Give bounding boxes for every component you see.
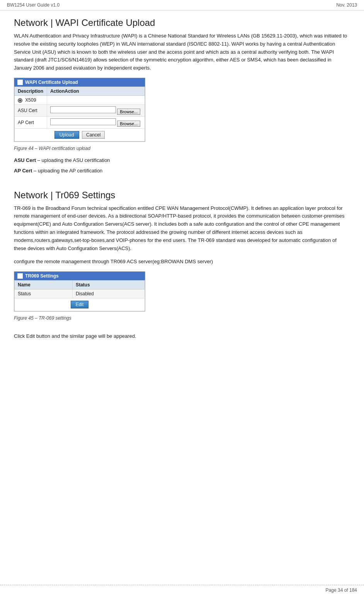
spacer2 <box>14 184 350 190</box>
header-left: BW1254 User Guide v1.0 <box>7 2 60 8</box>
wapi-asu-action: Browse... <box>47 104 145 116</box>
cancel-button[interactable]: Cancel <box>82 131 105 139</box>
wapi-col1-header: Description <box>15 87 47 95</box>
tr069-status-label: Status <box>15 289 73 298</box>
wapi-certificate-panel: WAPI Certificate Upload Description Acti… <box>14 78 145 142</box>
header-right: Nov. 2013 <box>336 2 357 8</box>
wapi-table: Description ActionAction X509 ASU Cert <box>14 87 145 141</box>
wapi-row-ap-cert: AP Cert Browse... <box>15 116 145 128</box>
header-bar: BW1254 User Guide v1.0 Nov. 2013 <box>0 0 364 10</box>
wapi-table-header-row: Description ActionAction <box>15 87 145 95</box>
tr069-panel: TR069 Settings Name Status Status Disabl… <box>14 271 145 312</box>
ap-cert-input[interactable] <box>50 118 116 125</box>
tr069-header-row: Name Status <box>15 281 145 289</box>
footer-line <box>0 585 364 585</box>
spacer3 <box>14 326 350 332</box>
ap-cert-field-desc: AP Cert – uploading the AP certification <box>14 167 350 175</box>
asu-cert-desc: – uploading the ASU certification <box>37 157 110 163</box>
tr069-panel-title: TR069 Settings <box>25 273 59 279</box>
spacer1 <box>14 177 350 184</box>
wapi-x509-label: X509 <box>15 95 47 104</box>
wapi-action-cell: Upload Cancel <box>15 128 145 141</box>
edit-button[interactable]: Edit <box>71 301 89 308</box>
ap-cert-desc: – uploading the AP certification <box>34 168 102 174</box>
wapi-panel-titlebar: WAPI Certificate Upload <box>14 78 145 87</box>
tr069-status-row: Status Disabled <box>15 289 145 298</box>
asu-cert-term: ASU Cert <box>14 157 36 163</box>
section2-title: Network | Tr069 Settings <box>14 190 350 201</box>
wapi-panel-icon <box>17 80 23 85</box>
tr069-panel-titlebar: TR069 Settings <box>14 272 145 280</box>
wapi-row-asu-cert: ASU Cert Browse... <box>15 104 145 116</box>
asu-cert-browse-button[interactable]: Browse... <box>117 109 140 115</box>
section1-title: Network | WAPI Certificate Upload <box>14 17 350 28</box>
tr069-action-row: Edit <box>15 298 145 311</box>
click-edit-text: Click Edit button and the similar page w… <box>14 332 350 341</box>
asu-cert-field-desc: ASU Cert – uploading the ASU certificati… <box>14 157 350 165</box>
figure44-caption: Figure 44 – WAPI certification upload <box>14 146 350 151</box>
tr069-status-value: Disabled <box>72 289 145 298</box>
wapi-col2-header: ActionAction <box>47 87 145 95</box>
asu-cert-input[interactable] <box>50 106 116 113</box>
main-content: Network | WAPI Certificate Upload WLAN A… <box>0 10 364 369</box>
wapi-asu-label: ASU Cert <box>15 104 47 116</box>
section1-description: WLAN Authentication and Privacy Infrastr… <box>14 32 350 72</box>
ap-cert-browse-button[interactable]: Browse... <box>117 121 140 127</box>
tr069-col2-header: Status <box>72 281 145 289</box>
tr069-table: Name Status Status Disabled Edit <box>14 280 145 311</box>
section2-description: TR-069 is the Broadband Forum technical … <box>14 204 350 253</box>
upload-button[interactable]: Upload <box>54 131 79 139</box>
tr069-panel-icon <box>17 273 23 279</box>
wapi-panel-title: WAPI Certificate Upload <box>25 80 78 85</box>
wapi-ap-label: AP Cert <box>15 116 47 128</box>
tr069-col1-header: Name <box>15 281 73 289</box>
wapi-ap-action: Browse... <box>47 116 145 128</box>
ap-cert-term: AP Cert <box>14 168 32 174</box>
figure45-caption: Figure 45 – TR-069 settings <box>14 315 350 321</box>
wapi-row-x509: X509 <box>15 95 145 104</box>
tr069-action-cell: Edit <box>15 298 145 311</box>
configure-text: configure the remote management through … <box>14 258 350 266</box>
page-info: Page 34 of 184 <box>326 587 357 593</box>
wapi-x509-action <box>47 95 145 104</box>
wapi-action-row: Upload Cancel <box>15 128 145 141</box>
x509-radio[interactable] <box>18 98 22 103</box>
